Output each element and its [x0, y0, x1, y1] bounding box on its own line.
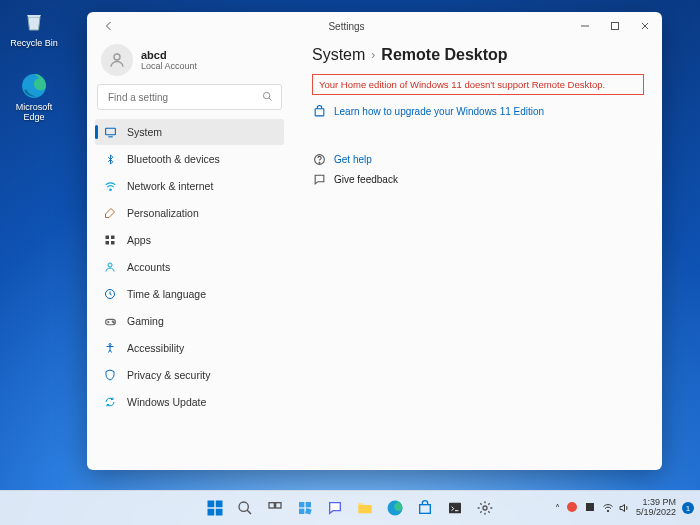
get-help-link[interactable]: Get help: [312, 149, 644, 169]
nav-item-apps[interactable]: Apps: [95, 227, 284, 253]
nav-label: Bluetooth & devices: [127, 153, 220, 165]
wifi-icon: [103, 179, 117, 193]
store-icon: [312, 104, 326, 118]
tray-app-icon[interactable]: [566, 501, 578, 515]
chevron-right-icon: ›: [371, 48, 375, 62]
minimize-button[interactable]: [570, 14, 600, 38]
svg-rect-30: [269, 503, 274, 508]
account-name: abcd: [141, 49, 197, 61]
taskbar-search[interactable]: [232, 495, 258, 521]
maximize-button[interactable]: [600, 14, 630, 38]
taskbar-explorer[interactable]: [352, 495, 378, 521]
edge-icon: [20, 72, 48, 100]
svg-line-29: [247, 510, 251, 514]
tray-date: 5/19/2022: [636, 508, 676, 518]
back-button[interactable]: [97, 14, 121, 38]
svg-rect-37: [420, 505, 431, 514]
feedback-icon: [312, 172, 326, 186]
breadcrumb-current: Remote Desktop: [381, 46, 507, 64]
account-text: abcd Local Account: [141, 49, 197, 71]
window-title: Settings: [328, 21, 364, 32]
nav-label: Accounts: [127, 261, 170, 273]
nav-label: Apps: [127, 234, 151, 246]
taskbar-store[interactable]: [412, 495, 438, 521]
svg-point-42: [607, 510, 609, 512]
titlebar: Settings: [87, 12, 662, 40]
taskbar-edge[interactable]: [382, 495, 408, 521]
svg-point-4: [263, 92, 269, 98]
taskbar: ˄ 1:39 PM 5/19/2022 1: [0, 490, 700, 525]
nav-item-bluetooth[interactable]: Bluetooth & devices: [95, 146, 284, 172]
give-feedback-link[interactable]: Give feedback: [312, 169, 644, 189]
avatar-icon: [101, 44, 133, 76]
nav-item-system[interactable]: System: [95, 119, 284, 145]
account-block[interactable]: abcd Local Account: [87, 40, 292, 84]
svg-point-3: [114, 54, 120, 60]
svg-rect-12: [111, 241, 115, 245]
svg-line-5: [269, 97, 272, 100]
person-icon: [103, 260, 117, 274]
search-box[interactable]: [97, 84, 282, 110]
nav-item-privacy[interactable]: Privacy & security: [95, 362, 284, 388]
nav-label: Time & language: [127, 288, 206, 300]
nav-label: Privacy & security: [127, 369, 210, 381]
taskbar-terminal[interactable]: [442, 495, 468, 521]
svg-rect-6: [105, 128, 115, 135]
nav-item-time-language[interactable]: Time & language: [95, 281, 284, 307]
svg-rect-24: [208, 501, 215, 508]
svg-rect-27: [216, 509, 223, 516]
taskbar-taskview[interactable]: [262, 495, 288, 521]
nav-item-network[interactable]: Network & internet: [95, 173, 284, 199]
give-feedback-text: Give feedback: [334, 174, 398, 185]
bluetooth-icon: [103, 152, 117, 166]
upgrade-link[interactable]: Learn how to upgrade your Windows 11 Edi…: [312, 101, 644, 121]
taskbar-settings[interactable]: [472, 495, 498, 521]
sidebar: abcd Local Account System: [87, 40, 294, 470]
nav-label: Accessibility: [127, 342, 184, 354]
nav-item-accessibility[interactable]: Accessibility: [95, 335, 284, 361]
tray-notifications[interactable]: 1: [682, 502, 694, 514]
wifi-tray-icon: [602, 502, 614, 514]
desktop-icon-edge[interactable]: Microsoft Edge: [10, 72, 58, 122]
search-icon: [262, 91, 273, 104]
svg-point-40: [567, 502, 577, 512]
update-icon: [103, 395, 117, 409]
svg-point-23: [319, 162, 320, 163]
desktop-icon-recycle-bin[interactable]: Recycle Bin: [10, 8, 58, 48]
unsupported-alert: Your Home edition of Windows 11 doesn't …: [312, 74, 644, 95]
accessibility-icon: [103, 341, 117, 355]
nav-label: Personalization: [127, 207, 199, 219]
svg-rect-9: [106, 236, 110, 240]
apps-icon: [103, 233, 117, 247]
nav-item-personalization[interactable]: Personalization: [95, 200, 284, 226]
nav: System Bluetooth & devices Network & int…: [87, 118, 292, 470]
account-type: Local Account: [141, 61, 197, 71]
nav-item-windows-update[interactable]: Windows Update: [95, 389, 284, 415]
svg-rect-11: [106, 241, 110, 245]
svg-rect-2: [611, 23, 618, 30]
svg-rect-10: [111, 236, 115, 240]
start-button[interactable]: [202, 495, 228, 521]
nav-item-accounts[interactable]: Accounts: [95, 254, 284, 280]
taskbar-widgets[interactable]: [292, 495, 318, 521]
tray-app-icon[interactable]: [584, 501, 596, 515]
nav-label: System: [127, 126, 162, 138]
nav-label: Network & internet: [127, 180, 213, 192]
nav-item-gaming[interactable]: Gaming: [95, 308, 284, 334]
close-button[interactable]: [630, 14, 660, 38]
svg-rect-32: [299, 502, 304, 507]
shield-icon: [103, 368, 117, 382]
search-input[interactable]: [106, 91, 262, 104]
tray-clock[interactable]: 1:39 PM 5/19/2022: [636, 498, 676, 518]
settings-window: Settings abcd Local Account: [87, 12, 662, 470]
tray-overflow[interactable]: ˄: [555, 503, 560, 514]
brush-icon: [103, 206, 117, 220]
tray-network-sound-battery[interactable]: [602, 502, 630, 514]
upgrade-link-text: Learn how to upgrade your Windows 11 Edi…: [334, 106, 544, 117]
svg-rect-31: [276, 503, 281, 508]
svg-rect-33: [306, 502, 311, 507]
svg-point-8: [109, 188, 111, 190]
svg-rect-34: [299, 509, 304, 514]
breadcrumb-parent[interactable]: System: [312, 46, 365, 64]
taskbar-chat[interactable]: [322, 495, 348, 521]
